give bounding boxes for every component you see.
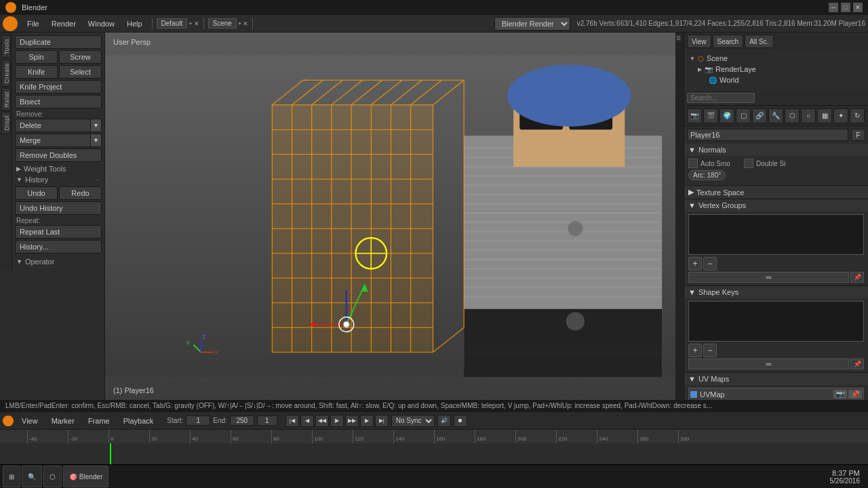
sync-mode-select[interactable]: No Sync xyxy=(391,415,435,427)
knife-project-button[interactable]: Knife Project xyxy=(15,80,102,94)
next-frame-button[interactable]: ▶ xyxy=(360,415,374,427)
engine-selector[interactable]: Blender Render xyxy=(494,17,570,30)
play-backward-button[interactable]: ◀◀ xyxy=(315,415,329,427)
playhead[interactable] xyxy=(110,443,111,464)
record-button[interactable]: ⏺ xyxy=(454,415,467,427)
render-menu[interactable]: Render xyxy=(46,18,81,29)
workspace-plus-icon[interactable]: + xyxy=(189,20,192,27)
knife-button[interactable]: Knife xyxy=(15,65,58,79)
screw-button[interactable]: Screw xyxy=(59,50,102,64)
props-search-input[interactable] xyxy=(687,93,755,103)
play-forward-button[interactable]: ▶▶ xyxy=(345,415,359,427)
start-button[interactable]: ⊞ xyxy=(3,466,20,487)
object-props-icon[interactable]: ▢ xyxy=(736,108,751,123)
timeline-marker-menu[interactable]: Marker xyxy=(46,415,80,426)
merge-button[interactable]: Merge xyxy=(15,134,91,147)
go-end-button[interactable]: ▶| xyxy=(375,415,389,427)
scene-plus-icon[interactable]: + xyxy=(238,20,241,27)
current-frame-input[interactable]: 1 xyxy=(257,415,277,426)
timeline-content[interactable] xyxy=(0,443,868,464)
close-button[interactable]: ✕ xyxy=(853,3,863,12)
particles-props-icon[interactable]: ✦ xyxy=(833,108,848,123)
history-options-icon[interactable]: ··· xyxy=(95,176,100,183)
scene-props-icon[interactable]: 🎬 xyxy=(703,108,718,123)
timeline-playback-menu[interactable]: Playback xyxy=(118,415,159,426)
shape-keys-header[interactable]: ▼ Shape Keys xyxy=(684,286,868,298)
duplicate-button[interactable]: Duplicate xyxy=(15,35,102,49)
uv-map-pin-icon[interactable]: 📌 xyxy=(848,390,862,399)
remove-doubles-button[interactable]: Remove Doubles xyxy=(15,148,102,162)
object-name-input[interactable]: Player16 xyxy=(687,129,848,141)
undo-history-button[interactable]: Undo History xyxy=(15,201,102,215)
play-button[interactable]: ▶ xyxy=(330,415,344,427)
sk-remove-button[interactable]: − xyxy=(703,344,717,357)
world-props-icon[interactable]: 🌍 xyxy=(719,108,734,123)
view-button[interactable]: View xyxy=(687,35,711,48)
search-button[interactable]: Search xyxy=(713,35,744,48)
delete-arrow-button[interactable]: ▼ xyxy=(91,119,102,132)
gp-tab-options[interactable]: O xyxy=(677,34,682,42)
weight-tools-header[interactable]: ▶ Weight Tools xyxy=(15,163,102,174)
tools-tab[interactable]: Tools xyxy=(1,35,11,58)
history-header[interactable]: ▼ History ··· xyxy=(15,174,102,185)
prev-frame-button[interactable]: ◀ xyxy=(300,415,314,427)
select-button[interactable]: Select xyxy=(59,65,102,79)
physics-props-icon[interactable]: ↻ xyxy=(850,108,865,123)
modifier-props-icon[interactable]: 🔧 xyxy=(768,108,783,123)
window-menu[interactable]: Window xyxy=(83,18,120,29)
end-frame-input[interactable]: 250 xyxy=(230,415,254,426)
relations-tab[interactable]: Relat xyxy=(1,88,11,111)
history-dots-button[interactable]: History... xyxy=(15,240,102,253)
normals-header[interactable]: ▼ Normals xyxy=(684,144,868,156)
vg-add-button[interactable]: + xyxy=(688,257,702,270)
all-scenes-button[interactable]: All Sc. xyxy=(745,35,773,48)
timeline-frame-menu[interactable]: Frame xyxy=(83,415,115,426)
viewport[interactable]: X Y Z User Persp (1) Player16 O xyxy=(105,33,684,400)
bisect-button[interactable]: Bisect xyxy=(15,95,102,108)
search-taskbar-button[interactable]: 🔍 xyxy=(22,466,42,487)
uv-maps-header[interactable]: ▼ UV Maps xyxy=(684,373,868,385)
timeline-view-menu[interactable]: View xyxy=(16,415,43,426)
double-sided-checkbox[interactable] xyxy=(744,159,753,168)
start-frame-input[interactable]: 1 xyxy=(186,415,210,426)
vg-remove-button[interactable]: − xyxy=(703,257,717,270)
uv-map-camera-icon[interactable]: 📷 xyxy=(833,390,847,399)
file-menu[interactable]: File xyxy=(22,18,45,29)
merge-arrow-button[interactable]: ▼ xyxy=(91,134,102,147)
workspace-x-icon[interactable]: ✕ xyxy=(194,20,199,27)
help-menu[interactable]: Help xyxy=(121,18,148,29)
fake-user-button[interactable]: F xyxy=(851,129,865,141)
workspace-selector[interactable]: Default + ✕ xyxy=(157,18,199,28)
scene-tree-item-world[interactable]: 🌐 World xyxy=(687,75,865,85)
create-tab[interactable]: Create xyxy=(1,60,11,87)
constraint-props-icon[interactable]: 🔗 xyxy=(752,108,767,123)
cortana-button[interactable]: ⬡ xyxy=(43,466,62,487)
texture-space-header[interactable]: ▶ Texture Space xyxy=(684,186,868,199)
sk-add-button[interactable]: + xyxy=(688,344,702,357)
spin-button[interactable]: Spin xyxy=(15,50,58,64)
svg-rect-57 xyxy=(272,105,433,352)
minimize-button[interactable]: ─ xyxy=(829,3,838,12)
audio-button[interactable]: 🔊 xyxy=(437,415,451,427)
render-props-icon[interactable]: 📷 xyxy=(687,108,702,123)
operator-header[interactable]: ▼ Operator xyxy=(15,256,102,267)
redo-button[interactable]: Redo xyxy=(59,186,102,200)
auto-smooth-checkbox[interactable] xyxy=(688,159,698,168)
go-start-button[interactable]: |◀ xyxy=(285,415,299,427)
scene-tree-item-renderlayer[interactable]: ▶ 📷 RenderLaye xyxy=(687,64,865,75)
maximize-button[interactable]: □ xyxy=(841,3,850,12)
undo-button[interactable]: Undo xyxy=(15,186,58,200)
texture-props-icon[interactable]: ▦ xyxy=(817,108,832,123)
vertex-groups-header[interactable]: ▼ Vertex Groups xyxy=(684,199,868,211)
arc-value[interactable]: Arc: 180° xyxy=(688,170,726,180)
scene-tree-item-scene[interactable]: ▼ ⬡ Scene xyxy=(687,53,865,64)
repeat-last-button[interactable]: Repeat Last xyxy=(15,225,102,239)
data-props-icon[interactable]: ⬡ xyxy=(785,108,800,123)
delete-button[interactable]: Delete xyxy=(15,119,91,132)
blender-taskbar-button[interactable]: 🎯 Blender xyxy=(63,466,108,487)
scene-x-icon[interactable]: ✕ xyxy=(243,20,248,27)
material-props-icon[interactable]: ○ xyxy=(801,108,816,123)
uv-map-item[interactable]: UVMap 📷 📌 xyxy=(688,388,864,400)
display-tab[interactable]: Displ xyxy=(1,112,11,134)
scene-selector[interactable]: Scene + ✕ xyxy=(208,18,249,28)
